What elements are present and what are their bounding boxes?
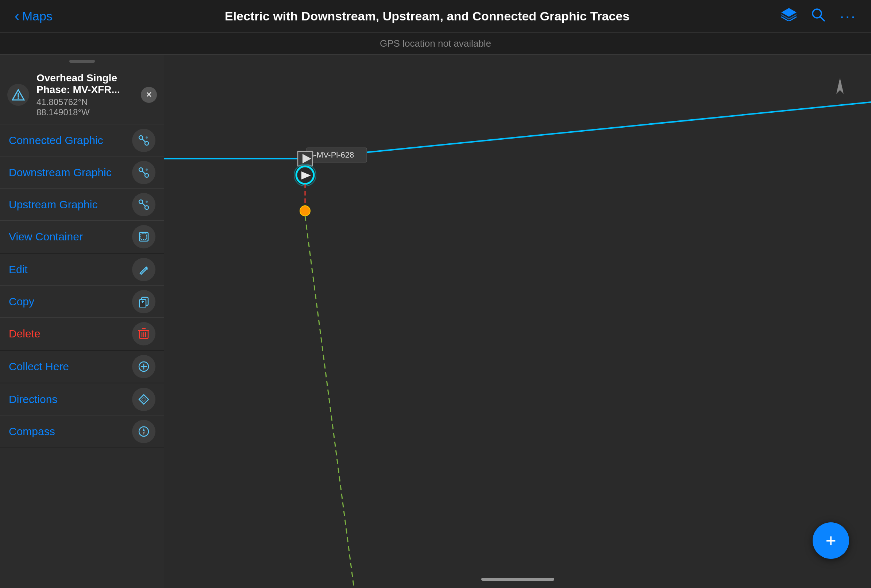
svg-point-10 — [145, 169, 148, 171]
upstream-graphic-icon-btn — [132, 193, 156, 216]
svg-text:5-MV-Pl-628: 5-MV-Pl-628 — [310, 150, 354, 159]
svg-marker-47 — [837, 78, 844, 94]
top-bar: ‹ Maps Electric with Downstream, Upstrea… — [0, 0, 871, 33]
search-icon[interactable] — [811, 7, 825, 25]
downstream-graphic-icon-btn — [132, 161, 156, 184]
back-button[interactable]: ‹ Maps — [15, 8, 73, 24]
close-icon: ✕ — [145, 90, 152, 100]
menu-item-edit[interactable]: Edit — [0, 253, 164, 286]
feature-icon — [7, 84, 29, 106]
svg-point-13 — [145, 200, 148, 203]
compass-label: Compass — [9, 425, 55, 438]
panel-handle — [0, 55, 164, 66]
svg-point-8 — [139, 168, 143, 171]
sidebar: Overhead Single Phase: MV-XFR... 41.8057… — [0, 55, 164, 588]
collect-here-label: Collect Here — [9, 361, 69, 373]
menu-item-connected-graphic[interactable]: Connected Graphic — [0, 124, 164, 157]
svg-marker-30 — [142, 397, 146, 402]
feature-coordinates: 41.805762°N 88.149018°W — [36, 97, 133, 117]
menu-section-graphic-traces: Connected Graphic Downstream Graphic — [0, 124, 164, 253]
svg-point-9 — [145, 174, 148, 177]
layers-icon[interactable] — [781, 8, 796, 24]
menu-item-collect-here[interactable]: Collect Here — [0, 350, 164, 383]
svg-point-12 — [145, 206, 148, 209]
menu-item-compass[interactable]: Compass — [0, 416, 164, 447]
menu-section-collect: Collect Here — [0, 350, 164, 383]
more-icon[interactable]: ··· — [840, 7, 856, 25]
svg-marker-33 — [143, 431, 145, 435]
menu-item-copy[interactable]: Copy — [0, 286, 164, 318]
back-label: Maps — [22, 9, 52, 23]
svg-rect-34 — [164, 55, 871, 588]
menu-item-delete[interactable]: Delete — [0, 318, 164, 350]
back-chevron-icon: ‹ — [15, 8, 19, 24]
edit-icon-btn — [132, 258, 156, 281]
feature-title: Overhead Single Phase: MV-XFR... — [36, 72, 133, 96]
menu-section-edit: Edit Copy Delete — [0, 253, 164, 350]
top-actions: ··· — [781, 7, 856, 25]
svg-point-5 — [139, 136, 143, 139]
edit-label: Edit — [9, 263, 28, 276]
delete-icon-btn — [132, 322, 156, 346]
menu-item-directions[interactable]: Directions — [0, 383, 164, 416]
delete-label: Delete — [9, 328, 40, 340]
map-area[interactable]: 5-MV-Pl-628 + — [164, 55, 871, 588]
gps-status-bar: GPS location not available — [0, 33, 871, 55]
svg-point-11 — [139, 200, 143, 203]
copy-label: Copy — [9, 295, 34, 308]
panel-handle-bar — [69, 60, 95, 63]
feature-header: Overhead Single Phase: MV-XFR... 41.8057… — [0, 66, 164, 124]
close-button[interactable]: ✕ — [141, 87, 157, 103]
upstream-graphic-label: Upstream Graphic — [9, 198, 97, 211]
gps-status-text: GPS location not available — [380, 38, 491, 49]
scroll-indicator — [481, 578, 554, 581]
menu-section-navigation: Directions Compass — [0, 383, 164, 448]
svg-point-45 — [300, 206, 310, 216]
directions-icon-btn — [132, 388, 156, 411]
svg-point-7 — [145, 136, 148, 139]
feature-info: Overhead Single Phase: MV-XFR... 41.8057… — [36, 72, 133, 117]
menu-item-downstream-graphic[interactable]: Downstream Graphic — [0, 157, 164, 189]
compass-icon-btn — [132, 420, 156, 443]
svg-marker-29 — [139, 395, 148, 404]
svg-line-1 — [820, 17, 824, 21]
menu-item-view-container[interactable]: View Container — [0, 221, 164, 253]
add-icon: + — [825, 530, 836, 551]
svg-point-4 — [18, 97, 19, 99]
add-feature-button[interactable]: + — [813, 522, 849, 559]
connected-graphic-icon-btn — [132, 129, 156, 152]
collect-here-icon-btn — [132, 355, 156, 378]
page-title: Electric with Downstream, Upstream, and … — [73, 9, 781, 23]
connected-graphic-label: Connected Graphic — [9, 134, 103, 147]
svg-point-6 — [145, 142, 148, 145]
svg-rect-15 — [141, 234, 147, 239]
map-svg: 5-MV-Pl-628 — [164, 55, 871, 588]
svg-marker-32 — [143, 428, 145, 431]
downstream-graphic-label: Downstream Graphic — [9, 166, 112, 179]
location-button[interactable] — [827, 73, 853, 99]
view-container-icon-btn — [132, 225, 156, 248]
menu-item-upstream-graphic[interactable]: Upstream Graphic — [0, 189, 164, 221]
view-container-label: View Container — [9, 230, 83, 243]
directions-label: Directions — [9, 393, 57, 405]
copy-icon-btn — [132, 290, 156, 313]
